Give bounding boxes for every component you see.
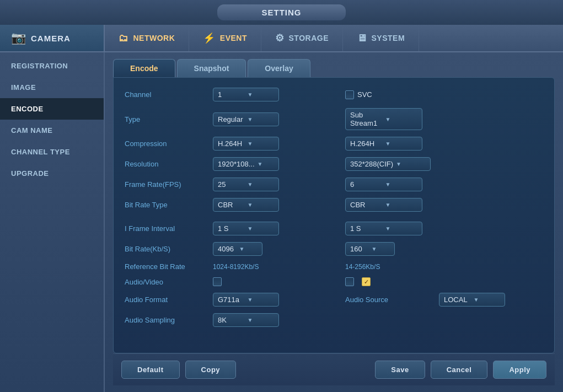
- nav-camera[interactable]: 📷 CAMERA: [0, 25, 105, 51]
- title-bar: SETTING: [0, 0, 563, 25]
- i-frame-label: I Frame Interval: [125, 224, 213, 233]
- audio-source-label: Audio Source: [345, 296, 433, 304]
- storage-icon: ⚙: [275, 32, 285, 44]
- bit-rate-dropdown[interactable]: 4096 ▼: [213, 242, 262, 256]
- audio-format-arrow: ▼: [248, 297, 275, 303]
- default-button[interactable]: Default: [121, 361, 180, 379]
- bit-rate-row: Bit Rate(Kb/S) 4096 ▼ 160 ▼: [125, 242, 543, 256]
- camera-label: CAMERA: [31, 34, 71, 43]
- network-icon: 🗂: [119, 33, 129, 44]
- audio-video-label: Audio/Video: [125, 278, 213, 286]
- audio-sampling-dropdown[interactable]: 8K ▼: [213, 313, 279, 327]
- tabs: Encode Snapshot Overlay: [113, 59, 555, 77]
- nav-items: 🗂 NETWORK ⚡ EVENT ⚙ STORAGE 🖥 SYSTEM: [105, 25, 563, 51]
- bit-rate-label: Bit Rate(Kb/S): [125, 245, 213, 253]
- type-arrow: ▼: [248, 116, 275, 122]
- audio-source-dropdown[interactable]: LOCAL ▼: [439, 293, 505, 307]
- content-area: Encode Snapshot Overlay Channel 1 ▼: [105, 52, 563, 392]
- resolution-right-dropdown[interactable]: 352*288(CIF) ▼: [345, 157, 431, 171]
- main-layout: REGISTRATION IMAGE ENCODE CAM NAME CHANN…: [0, 52, 563, 392]
- nav-item-system[interactable]: 🖥 SYSTEM: [343, 25, 419, 51]
- cancel-button[interactable]: Cancel: [431, 361, 488, 379]
- ref-bit-rate-value: 1024-8192Kb/S: [213, 263, 259, 271]
- audio-video-row: Audio/Video ✓: [125, 277, 543, 286]
- compression-dropdown[interactable]: H.264H ▼: [213, 137, 279, 151]
- resolution-row: Resolution 1920*108... ▼ 352*288(CIF) ▼: [125, 157, 543, 171]
- tab-snapshot[interactable]: Snapshot: [177, 59, 246, 77]
- bit-rate-type-row: Bit Rate Type CBR ▼ CBR ▼: [125, 198, 543, 212]
- ref-bit-rate-label: Reference Bit Rate: [125, 262, 213, 271]
- bit-rate-type-label: Bit Rate Type: [125, 201, 213, 209]
- bit-rate-type-dropdown[interactable]: CBR ▼: [213, 198, 279, 212]
- sidebar-item-upgrade[interactable]: UPGRADE: [0, 163, 104, 184]
- type-label: Type: [125, 115, 213, 123]
- bottom-bar: Default Copy Save Cancel Apply: [113, 353, 555, 385]
- audio-video-checkbox-right1[interactable]: [345, 277, 354, 286]
- svc-label: SVC: [357, 90, 372, 99]
- type-right-dropdown[interactable]: Sub Stream1 ▼: [345, 108, 422, 130]
- audio-video-checkbox-right2[interactable]: ✓: [362, 277, 371, 286]
- compression-right-arrow: ▼: [385, 141, 418, 147]
- tab-overlay[interactable]: Overlay: [248, 59, 310, 77]
- bit-rate-right-arrow: ▼: [372, 246, 390, 252]
- audio-video-checkbox-left[interactable]: [213, 277, 222, 286]
- frame-rate-label: Frame Rate(FPS): [125, 180, 213, 189]
- audio-format-row: Audio Format G711a ▼ Audio Source LOCAL …: [125, 293, 543, 307]
- audio-format-dropdown[interactable]: G711a ▼: [213, 293, 279, 307]
- ref-bit-rate-row: Reference Bit Rate 1024-8192Kb/S 14-256K…: [125, 262, 543, 271]
- bit-rate-type-arrow: ▼: [248, 202, 275, 208]
- audio-sampling-row: Audio Sampling 8K ▼: [125, 313, 543, 327]
- sidebar-item-channel-type[interactable]: CHANNEL TYPE: [0, 141, 104, 163]
- type-dropdown[interactable]: Regular ▼: [213, 112, 279, 126]
- sidebar-item-cam-name[interactable]: CAM NAME: [0, 120, 104, 141]
- nav-item-storage[interactable]: ⚙ STORAGE: [261, 25, 343, 51]
- bit-rate-arrow: ▼: [239, 246, 258, 252]
- nav-label-system: SYSTEM: [372, 34, 405, 42]
- event-icon: ⚡: [203, 32, 216, 44]
- resolution-right-arrow: ▼: [396, 161, 426, 167]
- compression-right-dropdown[interactable]: H.264H ▼: [345, 137, 422, 151]
- ref-bit-rate-right-value: 14-256Kb/S: [345, 263, 380, 271]
- resolution-arrow: ▼: [258, 161, 274, 167]
- frame-rate-right-dropdown[interactable]: 6 ▼: [345, 178, 422, 191]
- i-frame-dropdown[interactable]: 1 S ▼: [213, 222, 279, 235]
- bit-rate-type-right-dropdown[interactable]: CBR ▼: [345, 198, 422, 212]
- nav-item-event[interactable]: ⚡ EVENT: [189, 25, 261, 51]
- resolution-dropdown[interactable]: 1920*108... ▼: [213, 157, 279, 171]
- system-icon: 🖥: [357, 33, 367, 44]
- audio-sampling-label: Audio Sampling: [125, 316, 213, 324]
- copy-button[interactable]: Copy: [185, 361, 237, 379]
- svc-checkbox[interactable]: [345, 90, 354, 99]
- tab-encode[interactable]: Encode: [113, 59, 175, 77]
- resolution-label: Resolution: [125, 160, 213, 168]
- camera-icon: 📷: [11, 31, 26, 45]
- channel-dropdown[interactable]: 1 ▼: [213, 88, 279, 101]
- nav-item-network[interactable]: 🗂 NETWORK: [105, 25, 189, 51]
- app-title: SETTING: [217, 4, 345, 20]
- type-row: Type Regular ▼ Sub Stream1 ▼: [125, 108, 543, 130]
- apply-button[interactable]: Apply: [493, 361, 546, 379]
- nav-label-storage: STORAGE: [289, 34, 329, 42]
- i-frame-arrow: ▼: [248, 225, 275, 232]
- type-right-arrow: ▼: [385, 116, 418, 122]
- nav-label-event: EVENT: [220, 34, 247, 42]
- audio-source-arrow: ▼: [474, 297, 501, 303]
- sidebar-item-encode[interactable]: ENCODE: [0, 98, 104, 120]
- btn-group-right: Save Cancel Apply: [375, 361, 546, 379]
- compression-arrow: ▼: [248, 141, 275, 147]
- frame-rate-arrow: ▼: [248, 181, 275, 187]
- i-frame-right-arrow: ▼: [385, 225, 418, 232]
- sidebar-item-image[interactable]: IMAGE: [0, 77, 104, 98]
- bit-rate-right-dropdown[interactable]: 160 ▼: [345, 242, 395, 256]
- frame-rate-row: Frame Rate(FPS) 25 ▼ 6 ▼: [125, 178, 543, 191]
- nav-label-network: NETWORK: [133, 34, 175, 42]
- save-button[interactable]: Save: [375, 361, 425, 379]
- compression-label: Compression: [125, 139, 213, 148]
- i-frame-right-dropdown[interactable]: 1 S ▼: [345, 222, 422, 235]
- btn-group-left: Default Copy: [121, 361, 236, 379]
- svc-checkbox-wrap: SVC: [345, 90, 372, 99]
- sidebar-item-registration[interactable]: REGISTRATION: [0, 55, 104, 77]
- frame-rate-dropdown[interactable]: 25 ▼: [213, 178, 279, 191]
- form-panel: Channel 1 ▼ SVC: [113, 77, 555, 353]
- audio-sampling-arrow: ▼: [248, 317, 275, 323]
